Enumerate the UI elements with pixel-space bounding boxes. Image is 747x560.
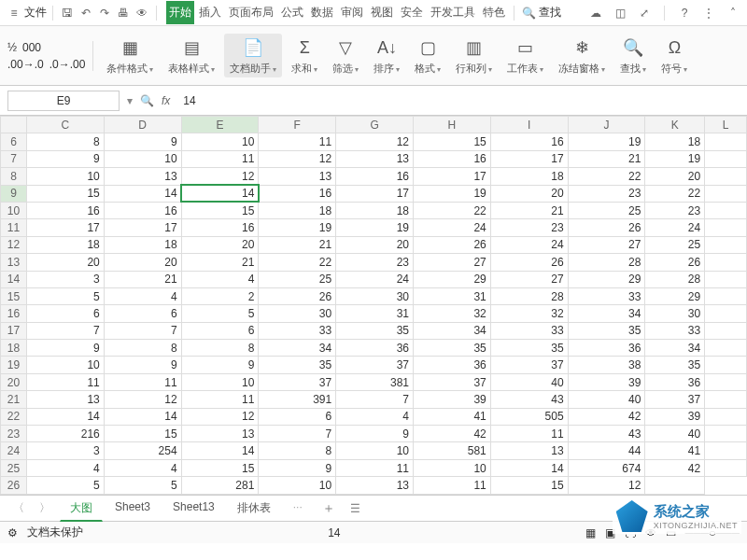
cell-L20[interactable] — [705, 373, 747, 390]
cell-E24[interactable]: 14 — [181, 442, 259, 459]
cell-L6[interactable] — [705, 133, 747, 150]
cell-D12[interactable]: 18 — [104, 236, 181, 253]
ribbon-tab-4[interactable]: 数据 — [308, 1, 336, 24]
cell-G19[interactable]: 37 — [336, 357, 414, 373]
cell-I20[interactable]: 40 — [490, 373, 568, 390]
cell-F9[interactable]: 16 — [259, 185, 336, 202]
cell-D16[interactable]: 6 — [104, 305, 181, 322]
cell-J12[interactable]: 27 — [568, 236, 645, 253]
cell-C13[interactable]: 20 — [27, 254, 105, 271]
cell-F15[interactable]: 26 — [259, 287, 336, 304]
search-label[interactable]: 查找 — [539, 5, 561, 21]
cell-H9[interactable]: 19 — [413, 185, 490, 202]
cell-K27[interactable] — [645, 494, 705, 495]
cell-I22[interactable]: 505 — [490, 408, 568, 425]
cell-C19[interactable]: 10 — [27, 357, 105, 373]
tab-list-icon[interactable]: ☰ — [345, 500, 366, 517]
cell-J22[interactable]: 42 — [568, 408, 645, 425]
cell-I6[interactable]: 16 — [490, 133, 568, 150]
cell-E20[interactable]: 10 — [181, 373, 259, 390]
cell-K24[interactable]: 41 — [645, 442, 705, 459]
col-header-D[interactable]: D — [104, 117, 181, 133]
row-header-11[interactable]: 11 — [1, 219, 27, 236]
cell-C9[interactable]: 15 — [27, 185, 105, 202]
cell-I18[interactable]: 35 — [490, 340, 568, 357]
row-header-25[interactable]: 25 — [1, 459, 27, 476]
cell-L19[interactable] — [705, 357, 747, 373]
cell-K23[interactable]: 40 — [645, 426, 705, 442]
col-header-I[interactable]: I — [490, 117, 568, 133]
print-icon[interactable]: 🖶 — [115, 5, 132, 21]
cell-J23[interactable]: 43 — [568, 426, 645, 442]
cell-G23[interactable]: 9 — [336, 426, 414, 442]
cell-F10[interactable]: 18 — [259, 202, 336, 218]
row-header-19[interactable]: 19 — [1, 357, 27, 373]
cell-E17[interactable]: 6 — [181, 322, 259, 339]
cell-I21[interactable]: 43 — [490, 391, 568, 408]
cell-C25[interactable]: 4 — [27, 459, 105, 476]
cell-L10[interactable] — [705, 202, 747, 218]
cell-F18[interactable]: 34 — [259, 340, 336, 357]
cell-L13[interactable] — [705, 254, 747, 271]
expand-icon[interactable]: ⤢ — [636, 5, 653, 21]
cell-H17[interactable]: 34 — [413, 322, 490, 339]
ribbon-tab-8[interactable]: 开发工具 — [428, 1, 478, 24]
cell-L12[interactable] — [705, 236, 747, 253]
cell-H18[interactable]: 35 — [413, 340, 490, 357]
cell-G17[interactable]: 35 — [336, 322, 414, 339]
cell-E16[interactable]: 5 — [181, 305, 259, 322]
col-header-C[interactable]: C — [27, 117, 105, 133]
cell-K18[interactable]: 34 — [645, 340, 705, 357]
cell-F11[interactable]: 19 — [259, 219, 336, 236]
cell-D19[interactable]: 9 — [104, 357, 181, 373]
preview-icon[interactable]: 👁 — [134, 5, 150, 21]
cell-E23[interactable]: 13 — [181, 426, 259, 442]
cell-I19[interactable]: 37 — [490, 357, 568, 373]
search-icon[interactable]: 🔍 — [520, 5, 537, 21]
row-header-15[interactable]: 15 — [1, 287, 27, 304]
row-header-21[interactable]: 21 — [1, 391, 27, 408]
cell-I13[interactable]: 26 — [490, 254, 568, 271]
cell-H22[interactable]: 41 — [413, 408, 490, 425]
cell-C8[interactable]: 10 — [27, 168, 105, 185]
cell-K13[interactable]: 26 — [645, 254, 705, 271]
cell-E27[interactable]: 5 — [181, 494, 259, 495]
ribbon-tab-6[interactable]: 视图 — [368, 1, 396, 24]
dec-decrease-icon[interactable]: .00→.0 — [7, 58, 44, 71]
cell-J16[interactable]: 34 — [568, 305, 645, 322]
cell-F16[interactable]: 30 — [259, 305, 336, 322]
cell-H13[interactable]: 27 — [413, 254, 490, 271]
cell-J7[interactable]: 21 — [568, 150, 645, 167]
cell-G20[interactable]: 381 — [336, 373, 414, 390]
cell-C26[interactable]: 5 — [27, 477, 105, 494]
ribbon-sort[interactable]: A↓排序▾ — [368, 34, 405, 77]
sheet-tab-2[interactable]: Sheet13 — [162, 496, 225, 522]
cell-D25[interactable]: 4 — [104, 459, 181, 476]
sheet-tab-3[interactable]: 排休表 — [227, 496, 281, 522]
cell-H26[interactable]: 11 — [413, 477, 490, 494]
cell-K9[interactable]: 22 — [645, 185, 705, 202]
cell-E25[interactable]: 15 — [181, 459, 259, 476]
cell-D21[interactable]: 12 — [104, 391, 181, 408]
cell-C10[interactable]: 16 — [27, 202, 105, 218]
cell-D22[interactable]: 14 — [104, 408, 181, 425]
cell-E7[interactable]: 11 — [181, 150, 259, 167]
cell-J9[interactable]: 23 — [568, 185, 645, 202]
dec-increase-icon[interactable]: .0→.00 — [49, 58, 86, 71]
cell-K26[interactable] — [645, 477, 705, 494]
cell-G9[interactable]: 17 — [336, 185, 414, 202]
cell-E21[interactable]: 11 — [181, 391, 259, 408]
row-header-8[interactable]: 8 — [1, 168, 27, 185]
cell-D15[interactable]: 4 — [104, 287, 181, 304]
cell-C20[interactable]: 11 — [27, 373, 105, 390]
fx-label[interactable]: fx — [162, 94, 170, 107]
cell-I17[interactable]: 33 — [490, 322, 568, 339]
cell-E12[interactable]: 20 — [181, 236, 259, 253]
cell-K19[interactable]: 35 — [645, 357, 705, 373]
cell-D6[interactable]: 9 — [104, 133, 181, 150]
cell-H12[interactable]: 26 — [413, 236, 490, 253]
cell-K7[interactable]: 19 — [645, 150, 705, 167]
cell-K20[interactable]: 36 — [645, 373, 705, 390]
cell-G21[interactable]: 7 — [336, 391, 414, 408]
cell-F17[interactable]: 33 — [259, 322, 336, 339]
